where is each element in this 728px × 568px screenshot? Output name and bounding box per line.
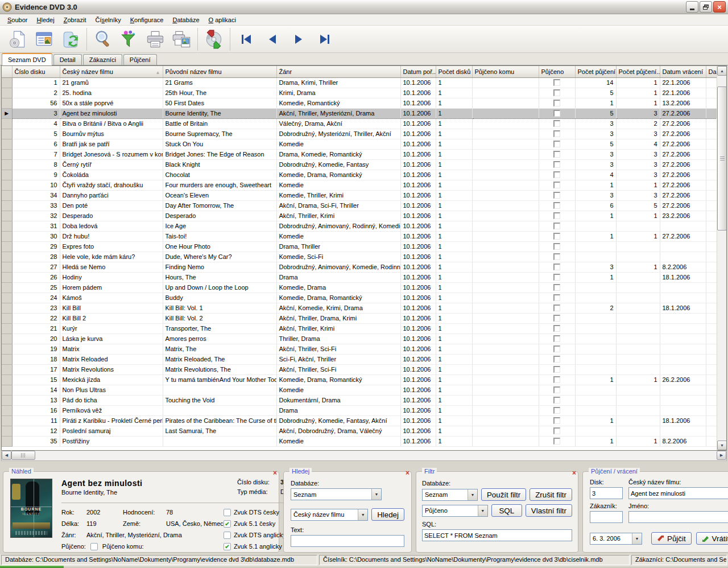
cell-borrowed[interactable] [539,139,575,149]
cell-num[interactable]: 3 [12,108,60,118]
cell-loans2[interactable]: 1 [616,262,660,272]
cell-borrowed[interactable] [539,159,575,170]
cell-loans2[interactable] [616,364,660,374]
cell-date_acq[interactable]: 10.1.2006 [400,364,436,374]
chevron-down-icon[interactable]: ▼ [632,533,642,544]
cell-genre[interactable]: Válečný, Drama, Akční [276,118,400,129]
table-row[interactable]: 35PostřižinyKomedie10.1.20061118.2.2006 [2,436,717,446]
cell-returned[interactable]: 18.1.2006 [660,272,706,282]
refresh-button[interactable] [60,28,81,50]
chevron-down-icon[interactable]: ▼ [468,489,477,500]
cell-loans2[interactable]: 3 [616,149,660,159]
borrowed-checkbox[interactable] [553,407,560,414]
cell-loans2[interactable]: 3 [616,190,660,200]
horizontal-scroll-thumb[interactable] [11,451,35,460]
cell-borrowed[interactable] [539,364,575,374]
borrowed-checkbox[interactable] [553,376,560,383]
cell-loans[interactable] [575,241,616,252]
vertical-scrollbar[interactable]: ▲ ▼ [717,66,726,450]
cell-ind[interactable] [2,282,12,293]
cell-borrowed[interactable] [539,190,575,200]
cell-borrowed_to[interactable] [472,149,539,159]
cell-returned[interactable]: 22.1.2006 [660,77,706,88]
cell-czech[interactable]: Doba ledová [60,221,163,231]
cell-returned[interactable] [660,221,706,231]
cell-orig[interactable]: Ocean's Eleven [163,190,276,200]
cell-loans[interactable] [575,395,616,405]
cell-ind[interactable] [2,211,12,221]
cell-ind[interactable] [2,426,12,436]
cell-loans[interactable]: 1 [575,231,616,241]
cell-date_acq[interactable]: 10.1.2006 [400,395,436,405]
cell-orig[interactable]: Buddy [163,293,276,303]
cell-orig[interactable]: Kill Bill: Vol. 2 [163,313,276,323]
cell-borrowed[interactable] [539,129,575,139]
cell-loans[interactable]: 1 [575,374,616,385]
nav-first-button[interactable] [235,28,257,50]
borrowed-checkbox[interactable] [553,171,560,178]
table-row[interactable]: 10Čtyři vraždy stačí, drahouškuFour murd… [2,180,717,190]
cell-loans2[interactable]: 1 [616,231,660,241]
new-disc-button[interactable] [7,28,29,50]
menu-item-konfigurace[interactable]: Konfigurace [126,15,168,24]
cell-czech[interactable]: 21 gramů [60,77,163,88]
cell-discs[interactable]: 1 [436,211,472,221]
cell-borrowed[interactable] [539,303,575,313]
cell-returned[interactable] [660,252,706,262]
cell-num[interactable]: 1 [12,77,60,88]
cell-borrowed_to[interactable] [472,129,539,139]
cell-date_acq[interactable]: 10.1.2006 [400,405,436,415]
cell-date_acq[interactable]: 10.1.2006 [400,272,436,282]
cell-czech[interactable]: Černý rytíř [60,159,163,170]
cell-loans[interactable] [575,293,616,303]
cell-borrowed[interactable] [539,415,575,426]
cell-loans[interactable] [575,334,616,344]
cell-num[interactable]: 35 [12,436,60,446]
cell-borrowed[interactable] [539,344,575,354]
borrowed-checkbox[interactable] [553,253,560,260]
cell-returned[interactable] [660,426,706,436]
cell-ind[interactable] [2,129,12,139]
cell-genre[interactable]: Thriller, Drama [276,334,400,344]
cell-extra[interactable] [706,129,717,139]
cell-returned[interactable]: 8.2.2006 [660,262,706,272]
cell-extra[interactable] [706,159,717,170]
cell-borrowed[interactable] [539,241,575,252]
return-button[interactable]: Vrátit [696,532,728,545]
borrowed-checkbox[interactable] [553,294,560,301]
cell-ind[interactable] [2,77,12,88]
cell-extra[interactable] [706,405,717,415]
cell-borrowed[interactable] [539,118,575,129]
cell-czech[interactable]: Kurýr [60,323,163,334]
cell-returned[interactable]: 27.2.2006 [660,190,706,200]
cell-czech[interactable]: Poslední samuraj [60,426,163,436]
table-row[interactable]: 18Matrix ReloadedMatrix Reloaded, TheSci… [2,354,717,364]
cell-num[interactable]: 27 [12,262,60,272]
borrowed-checkbox[interactable] [553,151,560,158]
table-row[interactable]: 121 gramů21 GramsDrama, Krimi, Thriller1… [2,77,717,88]
cell-czech[interactable]: Non Plus Ultras [60,385,163,395]
cell-ind[interactable] [2,385,12,395]
table-row[interactable]: 225. hodina25th Hour, TheKrimi, Drama10.… [2,88,717,98]
cell-returned[interactable]: 27.2.2006 [660,129,706,139]
cell-num[interactable]: 13 [12,395,60,405]
cell-discs[interactable]: 1 [436,200,472,211]
cell-returned[interactable]: 27.2.2006 [660,118,706,129]
cell-loans2[interactable] [616,221,660,231]
cell-returned[interactable] [660,344,706,354]
table-row[interactable]: 30Drž hubu!Tais-toi!Komedie10.1.20061112… [2,231,717,241]
cell-num[interactable]: 11 [12,415,60,426]
cell-loans2[interactable]: 1 [616,211,660,221]
cell-extra[interactable] [706,139,717,149]
menu-item-datab-ze[interactable]: Databáze [168,15,204,24]
cell-returned[interactable] [660,334,706,344]
borrowed-checkbox[interactable] [553,325,560,332]
cell-genre[interactable]: Komedie [276,180,400,190]
cell-returned[interactable] [660,354,706,364]
cell-borrowed[interactable] [539,231,575,241]
cell-czech[interactable]: Pád do ticha [60,395,163,405]
chevron-down-icon[interactable]: ▼ [478,505,487,516]
selected-row-pointer[interactable]: ▶ [2,108,12,118]
cell-extra[interactable] [706,395,717,405]
table-row[interactable]: 25Horem pádemUp and Down / Loop the Loop… [2,282,717,293]
